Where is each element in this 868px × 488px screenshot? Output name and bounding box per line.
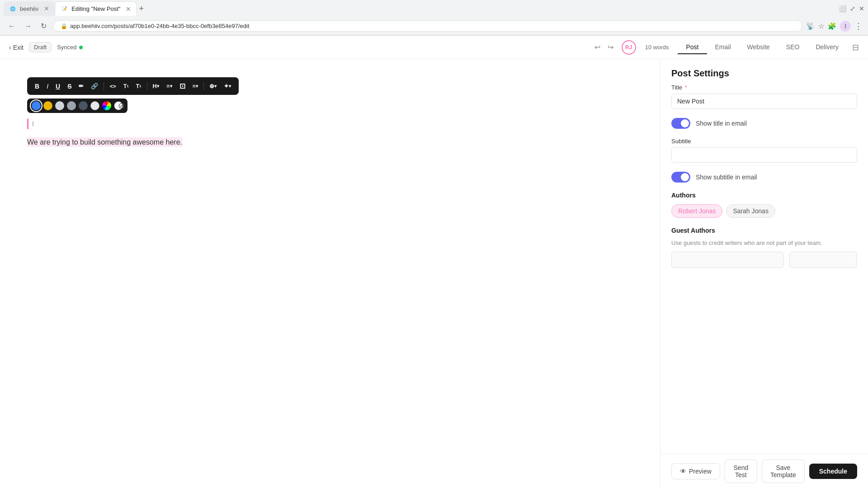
- color-rainbow[interactable]: [102, 101, 111, 110]
- bottom-action-bar: 👁 Preview Send Test Save Template Schedu…: [660, 454, 868, 488]
- subtitle-label: Subtitle: [671, 138, 857, 145]
- tab-editing[interactable]: 📝 Editing "New Post" ✕: [55, 1, 137, 16]
- draft-badge[interactable]: Draft: [29, 42, 52, 52]
- exit-button[interactable]: ‹ Exit: [9, 44, 24, 51]
- synced-badge: Synced: [57, 44, 82, 51]
- tab-post[interactable]: Post: [678, 41, 707, 54]
- guest-authors-section: Guest Authors Use guests to credit write…: [671, 227, 857, 268]
- color-dark-gray[interactable]: [79, 101, 88, 110]
- link-button[interactable]: 🔗: [88, 81, 101, 91]
- tab-website[interactable]: Website: [739, 41, 778, 54]
- profile-icon[interactable]: I: [840, 21, 851, 32]
- back-button[interactable]: ←: [5, 20, 18, 32]
- schedule-button[interactable]: Schedule: [809, 464, 857, 479]
- author-sarah[interactable]: Sarah Jonas: [726, 204, 775, 218]
- back-arrow-icon: ‹: [9, 44, 11, 51]
- color-light-gray[interactable]: [55, 101, 64, 110]
- redo-button[interactable]: ↪: [605, 41, 616, 53]
- tab-email[interactable]: Email: [707, 41, 739, 54]
- cast-icon[interactable]: 📡: [806, 22, 815, 30]
- ai-button[interactable]: ✦ ▾: [221, 81, 234, 91]
- guest-authors-desc: Use guests to credit writers who are not…: [671, 239, 857, 246]
- underline-button[interactable]: U: [52, 81, 63, 92]
- title-input[interactable]: [671, 94, 857, 109]
- author-robert[interactable]: Robert Jonas: [671, 204, 722, 218]
- bold-button[interactable]: B: [32, 81, 42, 92]
- preview-label: Preview: [689, 468, 712, 475]
- save-template-button[interactable]: Save Template: [762, 460, 805, 483]
- main-nav: Post Email Website SEO Delivery: [678, 41, 847, 54]
- editing-favicon: 📝: [61, 5, 68, 13]
- list-button[interactable]: ≡ ▾: [163, 81, 175, 91]
- subscript-button[interactable]: T1: [133, 81, 145, 91]
- preview-button[interactable]: 👁 Preview: [671, 463, 720, 479]
- synced-label: Synced: [57, 44, 76, 51]
- title-field-group: Title *: [671, 84, 857, 109]
- show-title-label: Show title in email: [696, 120, 747, 127]
- collapse-sidebar-button[interactable]: ⊟: [852, 42, 859, 52]
- heading-button[interactable]: H ▾: [150, 81, 162, 91]
- reload-button[interactable]: ↻: [38, 20, 49, 32]
- format-toolbar: B I U S ✏ 🔗 <> T1 T1 H ▾ ≡ ▾ ⊡ ≡ ▾ ⊕ ▾ ✦…: [27, 77, 239, 95]
- code-button[interactable]: <>: [106, 81, 119, 91]
- tab-beehiiv-label: beehiiv: [20, 5, 38, 12]
- color-mid-gray[interactable]: [67, 101, 76, 110]
- extension-icon[interactable]: 🧩: [828, 22, 836, 30]
- embed-button[interactable]: ⊕ ▾: [206, 81, 220, 91]
- subtitle-field-group: Subtitle: [671, 138, 857, 163]
- color-yellow[interactable]: [43, 101, 52, 110]
- tab-delivery[interactable]: Delivery: [807, 41, 847, 54]
- show-subtitle-toggle-row: Show subtitle in email: [671, 172, 857, 183]
- post-settings-sidebar: Post Settings Title * Show title in emai…: [660, 59, 868, 488]
- tab-editing-close[interactable]: ✕: [126, 5, 131, 13]
- text-cursor: [27, 118, 28, 129]
- authors-label: Authors: [671, 192, 857, 199]
- word-count: 10 words: [645, 44, 669, 51]
- new-tab-button[interactable]: +: [139, 4, 144, 14]
- preview-icon: 👁: [680, 468, 686, 475]
- color-white[interactable]: [90, 101, 99, 110]
- divider-3: [203, 82, 204, 90]
- highlighted-text: We are trying to build something awesome…: [27, 137, 182, 147]
- highlight-button[interactable]: ✏: [75, 81, 87, 91]
- guest-first-name-input[interactable]: [671, 252, 784, 268]
- color-none[interactable]: ⊘: [114, 101, 123, 110]
- tab-seo[interactable]: SEO: [778, 41, 808, 54]
- align-button[interactable]: ≡ ▾: [189, 81, 202, 91]
- superscript-button[interactable]: T1: [120, 81, 132, 91]
- title-label: Title *: [671, 84, 857, 91]
- editor-area[interactable]: B I U S ✏ 🔗 <> T1 T1 H ▾ ≡ ▾ ⊡ ≡ ▾ ⊕ ▾ ✦…: [0, 59, 660, 488]
- show-subtitle-toggle[interactable]: [671, 172, 690, 183]
- undo-button[interactable]: ↩: [592, 41, 603, 53]
- user-avatar[interactable]: RJ: [622, 40, 636, 55]
- send-test-button[interactable]: Send Test: [725, 460, 757, 483]
- divider-1: [104, 82, 104, 90]
- forward-button[interactable]: →: [22, 20, 34, 32]
- editor-content[interactable]: We are trying to build something awesome…: [27, 136, 633, 148]
- synced-dot: [79, 46, 83, 49]
- show-subtitle-label: Show subtitle in email: [696, 174, 757, 181]
- more-icon[interactable]: ⋮: [854, 21, 863, 31]
- strikethrough-button[interactable]: S: [64, 81, 75, 92]
- tab-beehiiv-close[interactable]: ✕: [44, 5, 49, 12]
- tab-editing-label: Editing "New Post": [71, 5, 120, 12]
- subtitle-input[interactable]: [671, 147, 857, 163]
- color-blue[interactable]: [32, 101, 41, 110]
- show-title-toggle-row: Show title in email: [671, 118, 857, 129]
- tab-beehiiv[interactable]: 🌐 beehiiv ✕: [4, 1, 55, 16]
- guest-authors-label: Guest Authors: [671, 227, 857, 234]
- editor-cursor-line[interactable]: I: [27, 118, 633, 129]
- bookmark-icon[interactable]: ☆: [818, 22, 824, 30]
- guest-last-name-input[interactable]: [789, 252, 857, 268]
- authors-section: Authors Robert Jonas Sarah Jonas: [671, 192, 857, 218]
- cursor-position-indicator: I: [32, 120, 34, 127]
- block-button[interactable]: ⊡: [176, 80, 189, 92]
- authors-list: Robert Jonas Sarah Jonas: [671, 204, 857, 218]
- divider-2: [147, 82, 147, 90]
- url-bar[interactable]: 🔒 app.beehiiv.com/posts/af70b1e0-24bb-4e…: [53, 20, 802, 32]
- show-title-toggle[interactable]: [671, 118, 690, 129]
- italic-button[interactable]: I: [43, 81, 52, 92]
- exit-label: Exit: [13, 44, 24, 51]
- guest-authors-inputs: [671, 252, 857, 268]
- url-text: app.beehiiv.com/posts/af70b1e0-24bb-4e35…: [70, 23, 250, 29]
